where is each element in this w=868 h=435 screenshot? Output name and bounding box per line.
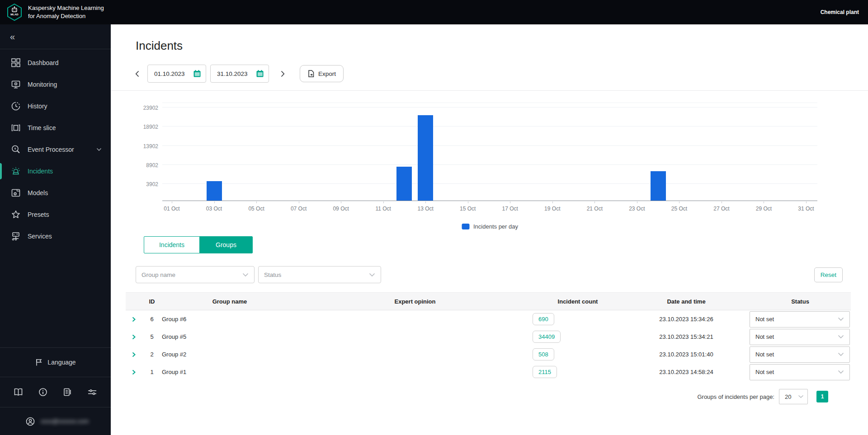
per-page-select[interactable]: 20 xyxy=(779,389,808,404)
legend-swatch xyxy=(462,224,469,229)
next-period-button[interactable] xyxy=(276,67,289,80)
x-axis-tick xyxy=(468,201,468,203)
active-indicator xyxy=(0,163,2,179)
mlad-hexagon-logo-icon: MLAD xyxy=(6,3,23,21)
status-select[interactable]: Not set xyxy=(750,346,850,363)
chart-gridline xyxy=(162,164,817,165)
sidebar-item-incidents[interactable]: Incidents xyxy=(0,160,111,182)
sidebar-item-time-slice[interactable]: Time slice xyxy=(0,117,111,139)
sidebar-item-dashboard[interactable]: Dashboard xyxy=(0,52,111,74)
x-axis-tick xyxy=(552,201,553,203)
incident-count-badge[interactable]: 34409 xyxy=(533,331,561,343)
date-to-value[interactable] xyxy=(217,70,256,77)
expand-row-icon[interactable] xyxy=(126,352,142,357)
export-icon xyxy=(307,70,315,78)
status-select[interactable]: Not set xyxy=(750,329,850,345)
sidebar-item-history[interactable]: History xyxy=(0,95,111,117)
sidebar-item-presets[interactable]: Presets xyxy=(0,204,111,225)
info-icon[interactable] xyxy=(38,388,47,397)
x-axis-tick-label: 19 Oct xyxy=(544,206,560,212)
x-axis-tick xyxy=(722,201,722,203)
cell-id: 1 xyxy=(142,369,162,375)
incidents-siren-icon xyxy=(11,166,21,176)
expand-row-icon[interactable] xyxy=(126,370,142,375)
export-button[interactable]: Export xyxy=(300,65,344,82)
calendar-icon[interactable] xyxy=(256,70,264,78)
calendar-icon[interactable] xyxy=(193,70,201,78)
status-value: Not set xyxy=(755,351,774,358)
user-account[interactable]: xxxx@xxxxxx.com xyxy=(0,407,111,435)
book-icon[interactable] xyxy=(14,388,23,396)
date-to-input[interactable] xyxy=(210,65,269,83)
status-value: Not set xyxy=(755,316,774,323)
reset-filters-button[interactable]: Reset xyxy=(814,267,843,282)
status-select[interactable]: Not set xyxy=(750,364,850,380)
user-email-redacted: xxxx@xxxxxx.com xyxy=(41,418,89,425)
page-number-button[interactable]: 1 xyxy=(816,391,828,402)
date-from-input[interactable] xyxy=(147,65,206,83)
column-group-name: Group name xyxy=(162,298,297,305)
column-incident-count: Incident count xyxy=(533,298,623,305)
cell-datetime: 23.10.2023 15:34:21 xyxy=(623,333,750,340)
table-row: 5Group #53440923.10.2023 15:34:21Not set xyxy=(126,328,851,346)
legend-label: Incidents per day xyxy=(473,223,518,230)
cell-datetime: 23.10.2023 15:34:26 xyxy=(623,316,750,323)
settings-sliders-icon[interactable] xyxy=(87,388,97,396)
chevron-down-icon xyxy=(838,317,844,321)
column-expert-opinion: Expert opinion xyxy=(297,298,533,305)
bar-12-oct[interactable] xyxy=(396,167,412,201)
x-axis-tick-label: 01 Oct xyxy=(164,206,179,212)
table-row: 2Group #250823.10.2023 15:01:40Not set xyxy=(126,346,851,363)
groups-table: ID Group name Expert opinion Incident co… xyxy=(126,292,851,381)
table-body: 6Group #669023.10.2023 15:34:26Not set5G… xyxy=(126,310,851,381)
chevron-down-icon xyxy=(838,370,844,374)
expand-row-icon[interactable] xyxy=(126,317,142,322)
x-axis-tick-label: 05 Oct xyxy=(248,206,264,212)
monitoring-icon xyxy=(11,80,21,89)
chart-gridline xyxy=(162,145,817,146)
expand-row-icon[interactable] xyxy=(126,334,142,340)
sidebar-collapse-button[interactable]: « xyxy=(10,32,14,42)
group-name-filter-select[interactable]: Group name xyxy=(136,266,255,283)
bar-03-oct[interactable] xyxy=(207,181,222,201)
changelog-icon[interactable] xyxy=(63,388,72,397)
x-axis-tick-label: 11 Oct xyxy=(375,206,391,212)
y-axis-tick-label: 23902 xyxy=(143,105,158,111)
language-button[interactable]: Language xyxy=(0,348,111,377)
sidebar-item-monitoring[interactable]: Monitoring xyxy=(0,74,111,95)
status-filter-select[interactable]: Status xyxy=(258,266,381,283)
x-axis-tick xyxy=(383,201,384,203)
incident-count-badge[interactable]: 508 xyxy=(533,348,554,360)
dashboard-icon xyxy=(11,58,21,68)
event-processor-icon xyxy=(11,145,21,154)
table-row: 6Group #669023.10.2023 15:34:26Not set xyxy=(126,310,851,328)
environment-name: Chemical plant xyxy=(821,9,859,15)
sidebar-item-event-processor[interactable]: Event Processor xyxy=(0,139,111,160)
chevron-right-icon xyxy=(281,70,285,77)
cell-group-name: Group #1 xyxy=(162,369,297,375)
tab-incidents[interactable]: Incidents xyxy=(144,236,200,253)
x-axis-tick-label: 03 Oct xyxy=(206,206,222,212)
date-from-value[interactable] xyxy=(154,70,193,77)
column-date-and-time: Date and time xyxy=(623,298,750,305)
y-axis-tick-label: 3902 xyxy=(146,181,158,187)
x-axis-tick xyxy=(299,201,299,203)
table-row: 1Group #1211523.10.2023 14:58:24Not set xyxy=(126,363,851,381)
status-value: Not set xyxy=(755,369,774,375)
incident-count-badge[interactable]: 690 xyxy=(533,313,554,325)
incident-count-badge[interactable]: 2115 xyxy=(533,366,557,378)
chevron-down-icon xyxy=(369,273,375,277)
x-axis-tick-label: 29 Oct xyxy=(756,206,772,212)
topbar: MLAD Kaspersky Machine Learning for Anom… xyxy=(0,0,868,24)
cell-group-name: Group #2 xyxy=(162,351,297,358)
bar-13-oct[interactable] xyxy=(418,115,433,201)
x-axis-tick xyxy=(637,201,637,203)
sidebar-item-services[interactable]: Services xyxy=(0,225,111,247)
bar-24-oct[interactable] xyxy=(651,171,666,201)
tab-groups[interactable]: Groups xyxy=(199,236,253,253)
previous-period-button[interactable] xyxy=(131,67,143,80)
x-axis-tick xyxy=(172,201,172,203)
x-axis-tick xyxy=(510,201,510,203)
status-select[interactable]: Not set xyxy=(750,311,850,327)
sidebar-item-models[interactable]: Models xyxy=(0,182,111,204)
